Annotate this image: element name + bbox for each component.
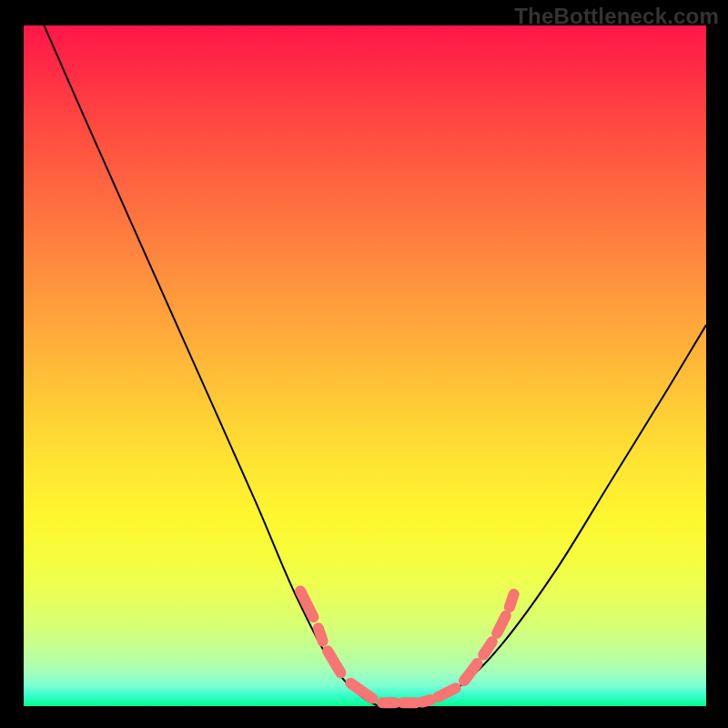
highlight-dash (510, 594, 514, 607)
highlight-dash (438, 688, 455, 697)
curve-svg (24, 25, 706, 706)
highlight-dash (318, 628, 323, 641)
plot-area (24, 25, 706, 706)
watermark-text: TheBottleneck.com (514, 4, 719, 29)
highlight-dash (350, 683, 372, 699)
highlight-segments (300, 591, 514, 703)
highlight-dash (483, 642, 492, 654)
chart-container: TheBottleneck.com (0, 0, 728, 728)
highlight-dash (422, 700, 431, 702)
highlight-dash (328, 651, 340, 672)
bottleneck-curve (45, 25, 707, 710)
highlight-dash (464, 663, 477, 681)
highlight-dash (497, 616, 506, 633)
highlight-dash (300, 591, 313, 617)
